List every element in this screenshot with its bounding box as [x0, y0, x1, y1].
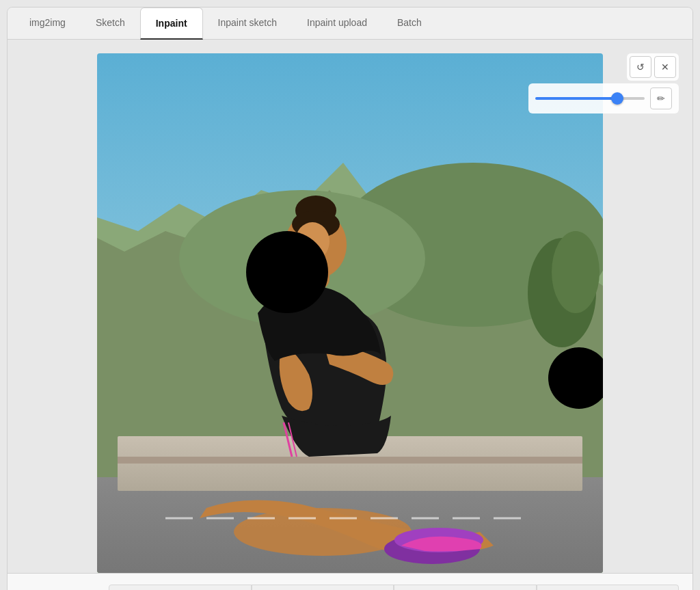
- close-button[interactable]: ✕: [654, 56, 676, 78]
- reset-button[interactable]: ↺: [630, 56, 651, 78]
- copy-to-inpaint-button[interactable]: inpaint: [394, 585, 536, 590]
- tabs-bar: img2img Sketch Inpaint Inpaint sketch In…: [8, 8, 692, 40]
- pencil-button[interactable]: ✏: [650, 88, 672, 109]
- svg-rect-7: [118, 457, 582, 464]
- svg-point-19: [552, 231, 600, 313]
- copy-to-sketch-button[interactable]: sketch: [252, 585, 394, 590]
- main-container: img2img Sketch Inpaint Inpaint sketch In…: [7, 7, 693, 590]
- bottom-bar: Copy image to: img2img sketch inpaint in…: [8, 573, 692, 590]
- tab-inpaint-sketch[interactable]: Inpaint sketch: [203, 8, 292, 39]
- canvas-area: ↺ ✕ ✏: [8, 40, 692, 573]
- tab-img2img[interactable]: img2img: [14, 8, 81, 39]
- mask-circle-2: [548, 347, 603, 409]
- tab-inpaint-upload[interactable]: Inpaint upload: [292, 8, 382, 39]
- tab-sketch[interactable]: Sketch: [81, 8, 140, 39]
- mask-circle-1: [246, 231, 328, 313]
- copy-to-inpaint-sketch-button[interactable]: inpaint sketch: [537, 585, 679, 590]
- tab-batch[interactable]: Batch: [382, 8, 437, 39]
- copy-to-img2img-button[interactable]: img2img: [109, 585, 251, 590]
- canvas-image: [97, 53, 603, 573]
- canvas-wrapper[interactable]: [97, 53, 603, 573]
- brush-size-slider[interactable]: [535, 97, 645, 100]
- canvas-toolbar: ↺ ✕ ✏: [528, 53, 679, 113]
- toolbar-top-row: ↺ ✕: [627, 53, 679, 81]
- tab-inpaint[interactable]: Inpaint: [140, 8, 203, 40]
- slider-row: ✏: [528, 83, 679, 113]
